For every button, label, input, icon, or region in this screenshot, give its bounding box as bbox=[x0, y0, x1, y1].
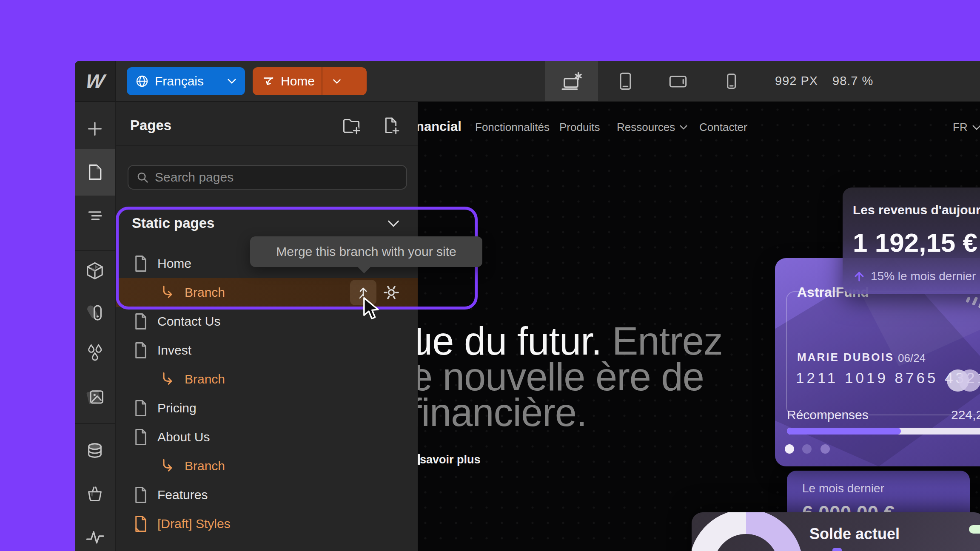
page-row-about-us-6[interactable]: About Us bbox=[116, 423, 418, 452]
page-label: Branch bbox=[185, 372, 225, 386]
tooltip-text: Merge this branch with your site bbox=[276, 244, 456, 259]
breakpoint-tablet-landscape-button[interactable] bbox=[651, 61, 704, 101]
mouse-cursor bbox=[362, 297, 381, 321]
left-toolbar bbox=[75, 102, 116, 551]
site-nav-link-ressources[interactable]: Ressources bbox=[617, 121, 688, 134]
canvas-width-readout[interactable]: 992 PX bbox=[775, 61, 818, 101]
credit-card-holder: MARIE DUBOIS bbox=[797, 351, 894, 364]
carousel-dot-active[interactable] bbox=[785, 444, 794, 454]
search-pages-input[interactable] bbox=[155, 170, 399, 185]
breakpoint-tablet-button[interactable] bbox=[598, 61, 651, 101]
nav-link-label: Fonctionnalités bbox=[475, 121, 550, 134]
page-label: Home bbox=[157, 256, 191, 271]
carousel-dot[interactable] bbox=[802, 444, 812, 454]
pages-panel: Pages bbox=[116, 102, 418, 551]
hero-heading[interactable]: ue du futur. Entrez e nouvelle ère de fi… bbox=[418, 323, 723, 430]
hero-line3: financière. bbox=[418, 395, 723, 430]
page-icon bbox=[134, 255, 148, 272]
site-nav-link-produits[interactable]: Produits bbox=[559, 121, 600, 134]
variables-button[interactable] bbox=[75, 330, 115, 377]
static-pages-title: Static pages bbox=[132, 215, 214, 231]
components-button[interactable] bbox=[75, 247, 115, 294]
last-month-label: Le mois dernier bbox=[802, 482, 970, 495]
hero-line2: e nouvelle ère de bbox=[418, 359, 723, 395]
revenue-delta-label: 15% le mois dernier bbox=[871, 270, 976, 283]
page-row-invest-3[interactable]: Invest bbox=[116, 336, 418, 365]
balance-title: Solde actuel bbox=[809, 525, 900, 543]
branch-dropdown-button[interactable] bbox=[322, 67, 351, 95]
zoom-level-readout[interactable]: 98.7 % bbox=[832, 61, 873, 101]
search-pages-field[interactable] bbox=[128, 165, 407, 190]
branch-button-main[interactable]: Home bbox=[253, 67, 322, 95]
page-settings-button[interactable] bbox=[382, 284, 401, 301]
nav-link-label: Ressources bbox=[617, 121, 675, 134]
pages-list: Home Branch Contact Us Invest Branch Pri… bbox=[116, 249, 418, 538]
page-label: Branch bbox=[185, 285, 225, 300]
learn-more-button[interactable]: savoir plus bbox=[420, 453, 481, 466]
add-elements-button[interactable] bbox=[75, 105, 115, 152]
branch-row-branch-7[interactable]: Branch bbox=[116, 452, 418, 480]
site-nav-link-contacter[interactable]: Contacter bbox=[699, 121, 747, 134]
page-icon bbox=[134, 400, 148, 417]
webflow-designer: W Français bbox=[0, 0, 980, 551]
new-folder-button[interactable] bbox=[342, 116, 361, 134]
chevron-down-icon bbox=[679, 125, 688, 130]
panel-divider bbox=[116, 145, 418, 146]
site-navbar: nancial FonctionnalitésProduitsRessource… bbox=[418, 102, 980, 149]
branch-arrow-icon bbox=[160, 372, 175, 387]
carousel-dot[interactable] bbox=[820, 444, 830, 454]
language-selector-button[interactable]: Français bbox=[127, 67, 245, 95]
chevron-down-icon[interactable] bbox=[387, 219, 400, 228]
site-lang-switcher[interactable]: FR bbox=[953, 121, 980, 134]
assets-button[interactable] bbox=[75, 372, 115, 419]
legend-swatch bbox=[832, 548, 842, 551]
page-icon bbox=[134, 429, 148, 446]
cms-button[interactable] bbox=[75, 428, 115, 474]
clipped-glyph bbox=[418, 365, 420, 388]
page-label: About Us bbox=[157, 430, 210, 444]
current-balance-card[interactable]: Solde actuel bbox=[692, 512, 980, 551]
rewards-progress-bar bbox=[787, 428, 980, 435]
branch-row-branch-4[interactable]: Branch bbox=[116, 365, 418, 394]
mini-chart-pill bbox=[969, 525, 980, 534]
card-network-icon bbox=[943, 368, 980, 393]
globe-icon bbox=[135, 74, 149, 88]
page-label: Branch bbox=[185, 459, 225, 473]
audit-button[interactable] bbox=[75, 513, 115, 551]
branch-button: Home bbox=[253, 67, 367, 95]
page-icon bbox=[134, 515, 148, 532]
site-lang-label: FR bbox=[953, 121, 968, 134]
design-canvas[interactable]: nancial FonctionnalitésProduitsRessource… bbox=[418, 102, 980, 551]
language-selector-label: Français bbox=[155, 74, 204, 88]
page-label: Pricing bbox=[157, 401, 197, 415]
breakpoint-phone-button[interactable] bbox=[704, 61, 758, 101]
page-icon bbox=[134, 342, 148, 359]
site-nav-link-fonctionnalit-s[interactable]: Fonctionnalités bbox=[475, 121, 550, 134]
page-row-pricing-5[interactable]: Pricing bbox=[116, 394, 418, 423]
page-label: Invest bbox=[157, 343, 191, 358]
top-toolbar: W Français bbox=[75, 61, 980, 102]
page-icon bbox=[134, 486, 148, 503]
breakpoint-desktop-large-button[interactable] bbox=[545, 61, 598, 101]
page-row-features-8[interactable]: Features bbox=[116, 480, 418, 509]
page-label: [Draft] Styles bbox=[157, 517, 231, 531]
navigator-button[interactable] bbox=[75, 192, 115, 239]
rewards-label: Récompenses bbox=[787, 408, 869, 422]
pages-panel-button[interactable] bbox=[75, 149, 115, 196]
app-window: W Français bbox=[75, 61, 980, 551]
ecommerce-button[interactable] bbox=[75, 470, 115, 517]
style-manager-button[interactable] bbox=[75, 289, 115, 336]
credit-card-expiry: 06/24 bbox=[898, 352, 926, 365]
revenue-card-title: Les revenus d'aujourd'hui bbox=[853, 203, 980, 217]
page-row-draft-styles-9[interactable]: [Draft] Styles bbox=[116, 509, 418, 538]
webflow-menu-button[interactable]: W bbox=[75, 61, 116, 101]
site-logo[interactable]: nancial bbox=[418, 119, 462, 134]
toolbar-divider bbox=[75, 423, 115, 424]
nav-link-label: Contacter bbox=[699, 121, 747, 134]
nav-link-label: Produits bbox=[559, 121, 600, 134]
revenue-card[interactable]: Les revenus d'aujourd'hui 1 192,15 € 15%… bbox=[843, 187, 980, 294]
new-page-button[interactable] bbox=[382, 116, 400, 135]
page-label: Contact Us bbox=[157, 314, 220, 329]
page-label: Features bbox=[157, 488, 208, 502]
rewards-value: 224,28 € bbox=[951, 408, 980, 422]
